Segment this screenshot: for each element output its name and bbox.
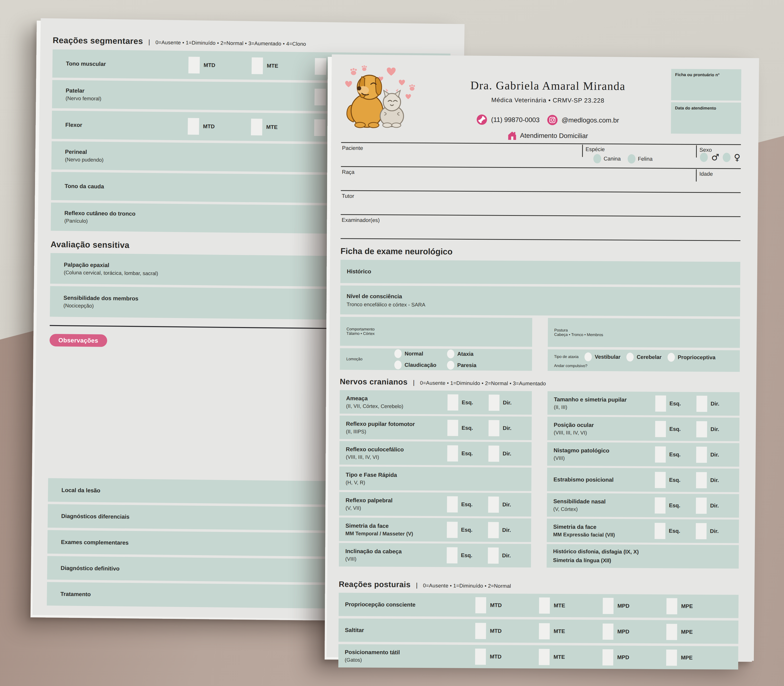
field-sublabel: Tálamo • Córtex: [346, 331, 526, 336]
score-box-mpe[interactable]: [666, 650, 677, 666]
checkbox-normal[interactable]: [394, 349, 402, 358]
row-sublabel: (Gatos): [345, 657, 475, 663]
score-box-mtd[interactable]: [475, 623, 486, 639]
dir-label: Dir.: [710, 452, 719, 458]
row-sensibilidade-nasal[interactable]: Sensibilidade nasal(V, Córtex) Esq. Dir.: [547, 493, 739, 518]
row-tipo-fase-rapida[interactable]: Tipo e Fase Rápida(H, V, R): [339, 467, 531, 491]
checkbox-canina[interactable]: [593, 154, 601, 163]
row-saltitar[interactable]: Saltitar MTD MTE MPD MPE: [338, 618, 738, 644]
field-tutor[interactable]: Tutor: [341, 191, 741, 216]
row-historico-disfonia[interactable]: Histórico disfonia, disfagia (IX, X) Sim…: [547, 544, 739, 568]
score-box-mpd[interactable]: [603, 649, 613, 665]
score-box-dir[interactable]: [696, 498, 707, 514]
score-box-esq[interactable]: [655, 497, 665, 513]
field-historico[interactable]: Histórico: [340, 260, 740, 285]
checkbox-claudicacao[interactable]: [394, 360, 402, 369]
score-box-esq[interactable]: [655, 446, 666, 462]
field-idade[interactable]: Idade: [696, 169, 741, 192]
score-box-mtd[interactable]: [188, 57, 200, 73]
row-label: Local da lesão: [62, 487, 100, 494]
field-comportamento[interactable]: Comportamento Tálamo • Córtex: [340, 317, 532, 347]
row-label: Tono muscular: [66, 60, 188, 68]
score-box-esq[interactable]: [447, 547, 457, 564]
row-label: Histórico disfonia, disfagia (IX, X): [553, 548, 639, 555]
score-box-esq[interactable]: [655, 472, 666, 488]
row-label: Diagnóstico definitivo: [60, 565, 119, 572]
score-box-mtd[interactable]: [188, 118, 199, 134]
score-box-esq[interactable]: [447, 497, 458, 513]
score-box-esq[interactable]: [655, 395, 666, 412]
field-label: Lomoção: [346, 357, 363, 361]
row-simetria-face-expressao[interactable]: Simetria da faceMM Expressão facial (VII…: [547, 519, 739, 543]
visit-date-box[interactable]: Data do atendimento: [671, 102, 741, 134]
score-box-dir[interactable]: [488, 497, 499, 513]
esq-label: Esq.: [669, 502, 680, 509]
separator: |: [149, 38, 150, 46]
andar-compulsivo-label: Andar compulsivo?: [554, 364, 733, 369]
record-number-box[interactable]: Ficha ou prontuário n°: [671, 69, 742, 100]
score-box-mpd[interactable]: [315, 58, 326, 75]
field-nivel-consciencia[interactable]: Nível de consciência Tronco encefálico e…: [340, 286, 740, 317]
row-simetria-face-masseter[interactable]: Simetria da faceMM Temporal / Masseter (…: [339, 518, 531, 542]
score-box-mte[interactable]: [251, 119, 262, 135]
row-posicionamento-tatil[interactable]: Posicionamento tátil (Gatos) MTD MTE MPD…: [338, 644, 738, 670]
score-box-esq[interactable]: [655, 421, 666, 437]
checkbox-ataxia[interactable]: [447, 350, 454, 358]
checkbox-female[interactable]: [722, 153, 730, 162]
row-estrabismo[interactable]: Estrabismo posicional Esq. Dir.: [547, 468, 739, 492]
row-ameaca[interactable]: Ameaça(II, VII, Córtex, Cerebelo) Esq. D…: [340, 390, 532, 415]
field-raca[interactable]: Raça: [341, 167, 696, 192]
score-box-dir[interactable]: [488, 522, 499, 538]
score-box-esq[interactable]: [447, 522, 458, 538]
score-box-mpd[interactable]: [603, 623, 614, 639]
score-box-mpd[interactable]: [314, 119, 326, 136]
row-sublabel: (II, IIIPS): [346, 428, 448, 435]
score-box-esq[interactable]: [655, 523, 665, 539]
checkbox-cerebelar[interactable]: [626, 353, 634, 361]
score-box-mpd[interactable]: [314, 88, 326, 105]
dir-label: Dir.: [711, 400, 720, 407]
score-box-mte[interactable]: [539, 649, 550, 665]
row-reflexo-pupilar[interactable]: Reflexo pupilar fotomotor(II, IIIPS) Esq…: [340, 415, 532, 440]
esq-label: Esq.: [670, 400, 681, 407]
score-box-mpd[interactable]: [603, 598, 614, 614]
score-box-mtd[interactable]: [475, 648, 486, 665]
field-paciente[interactable]: Paciente: [341, 143, 582, 167]
score-box-dir[interactable]: [488, 394, 499, 411]
row-nistagmo[interactable]: Nistagmo patológico(VIII) Esq. Dir.: [547, 442, 739, 467]
dir-label: Dir.: [503, 400, 512, 406]
score-box-esq[interactable]: [447, 446, 458, 462]
field-examinador[interactable]: Examinador(es): [341, 215, 740, 240]
score-box-dir[interactable]: [696, 447, 707, 463]
score-box-mte[interactable]: [539, 623, 550, 639]
checkbox-vestibular[interactable]: [584, 353, 592, 361]
score-box-dir[interactable]: [696, 421, 707, 437]
score-box-dir[interactable]: [696, 396, 707, 412]
score-box-dir[interactable]: [696, 472, 707, 488]
checkbox-male[interactable]: [700, 152, 708, 162]
row-posicao-ocular[interactable]: Posição ocular(VIII, III, IV, VI) Esq. D…: [547, 417, 740, 441]
score-box-dir[interactable]: [488, 547, 498, 564]
field-postura[interactable]: Postura Cabeça • Tronco • Membros: [548, 318, 740, 348]
score-box-mte[interactable]: [539, 597, 550, 614]
score-box-mtd[interactable]: [475, 597, 486, 613]
checkbox-paresia[interactable]: [447, 361, 454, 370]
row-reflexo-oculocefalico[interactable]: Reflexo oculocefálico(VIII, III, IV, VI)…: [339, 441, 531, 466]
esq-label: Esq.: [461, 501, 473, 508]
score-box-dir[interactable]: [488, 446, 499, 462]
row-tamanho-pupilar[interactable]: Tamanho e simetria pupilar(II, III) Esq.…: [547, 391, 740, 416]
row-reflexo-palpebral[interactable]: Reflexo palpebral(V, VII) Esq. Dir.: [339, 492, 531, 516]
checkbox-proprioceptiva[interactable]: [667, 353, 675, 362]
row-propriocepcao[interactable]: Propriocepção consciente MTD MTE MPD MPE: [338, 593, 738, 618]
score-box-mpe[interactable]: [666, 624, 677, 640]
score-box-dir[interactable]: [696, 523, 707, 539]
checkbox-felina[interactable]: [627, 154, 635, 163]
score-box-dir[interactable]: [488, 420, 499, 436]
score-box-mte[interactable]: [252, 57, 263, 74]
score-box-esq[interactable]: [448, 420, 458, 436]
row-label: Sensibilidade nasal: [553, 498, 655, 505]
row-inclinacao-cabeca[interactable]: Inclinação da cabeça(VIII) Esq. Dir.: [339, 543, 531, 567]
limb-label: MPE: [681, 629, 693, 635]
score-box-mpe[interactable]: [666, 598, 677, 614]
score-box-esq[interactable]: [448, 394, 458, 411]
